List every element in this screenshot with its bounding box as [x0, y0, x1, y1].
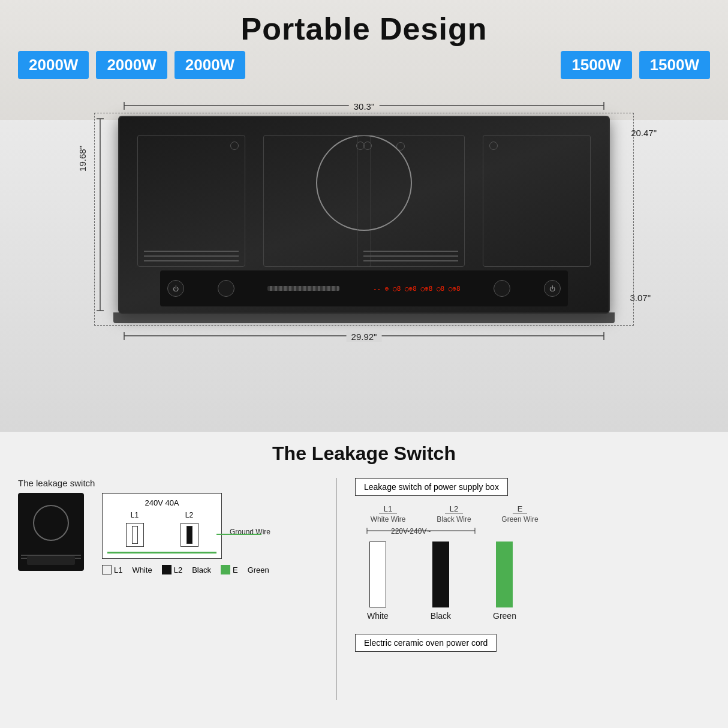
dim-top-label: 30.3" — [349, 101, 380, 112]
watt-left-group: 2000W 2000W 2000W — [18, 51, 245, 79]
wiring-diagram: 240V 40A L1 L2 Ground Wir — [96, 493, 318, 574]
supply-diagram: L1 White Wire L2 Black Wire E Green Wire — [355, 503, 710, 652]
bottom-content: The leakage switch 240V 40A L1 L2 — [0, 472, 728, 706]
legend-e-label: E — [233, 565, 238, 574]
dim-height-label: 3.07" — [630, 293, 651, 303]
page-title: Portable Design — [0, 0, 728, 47]
legend-l2: L2 — [162, 565, 182, 574]
voltage-label-area: 220V-240V~ — [361, 525, 710, 539]
watt-badge-1: 2000W — [18, 51, 89, 79]
cooktop-container: 19.68" 20.47" 3.07" — [118, 116, 610, 314]
wire-col-black: Black — [431, 542, 451, 621]
supply-l1-name: White Wire — [361, 515, 415, 524]
terminal-l1 — [126, 523, 144, 547]
supply-l2-label: L2 — [445, 504, 463, 514]
legend-white-label: White — [132, 565, 152, 574]
watt-right-group: 1500W 1500W — [561, 51, 710, 79]
wiring-box: 240V 40A L1 L2 Ground Wir — [102, 493, 222, 559]
supply-e-label: E — [513, 504, 528, 514]
legend-e-sub: Green — [248, 565, 269, 574]
top-section: Portable Design 2000W 2000W 2000W 1500W … — [0, 0, 728, 432]
supply-e-name: Green Wire — [493, 515, 547, 524]
dim-right-top-label: 20.47" — [631, 128, 657, 138]
dim-left-label: 19.68" — [77, 146, 88, 172]
cooktop: ⏻ -- ⊕ ○8 ○⊕8 ○⊕8 ○8 ○⊕8 ⏻ — [118, 116, 610, 314]
leakage-title: The Leakage Switch — [0, 432, 728, 472]
ctrl-btn-2 — [218, 280, 234, 297]
legend-black-box — [162, 565, 172, 574]
dim-bottom-label: 29.92" — [347, 332, 382, 342]
dim-left-line — [88, 116, 112, 314]
legend-e: E — [221, 565, 238, 574]
color-label-black: Black — [431, 611, 451, 621]
left-panel: The leakage switch 240V 40A L1 L2 — [0, 472, 336, 706]
burner-left-1 — [137, 135, 245, 267]
legend-black-label: Black — [192, 565, 211, 574]
wiring-terminals: Ground Wire — [107, 523, 216, 547]
legend-white-box — [102, 565, 112, 574]
wire-col-green: Green — [493, 542, 516, 621]
watt-badge-3: 2000W — [175, 51, 245, 79]
wire-col-white: White — [367, 542, 389, 621]
legend: L1 White L2 Black — [102, 565, 318, 574]
three-wire-columns: White Black Green — [367, 542, 710, 621]
burner-right-2 — [483, 135, 591, 267]
cooktop-small-ctrl — [27, 556, 75, 565]
ground-wire-line — [216, 531, 264, 537]
supply-l2-header: L2 Black Wire — [427, 503, 481, 524]
color-label-green: Green — [493, 611, 516, 621]
green-wire-horizontal — [107, 552, 216, 553]
right-panel: Leakage switch of power supply box L1 Wh… — [337, 472, 728, 706]
ctrl-btn-3 — [494, 280, 510, 297]
cooktop-small — [18, 493, 84, 571]
supply-col-headers: L1 White Wire L2 Black Wire E Green Wire — [361, 503, 710, 524]
wiring-l1-label: L1 — [131, 511, 139, 519]
supply-l1-label: L1 — [379, 504, 397, 514]
supply-e-header: E Green Wire — [493, 503, 547, 524]
ctrl-power-right: ⏻ — [544, 280, 561, 297]
wire-green-bar — [496, 542, 513, 607]
legend-l1-sub: White — [132, 565, 152, 574]
burner-right-1 — [357, 135, 465, 267]
power-cord-container: Electric ceramic oven power cord — [355, 628, 710, 652]
control-strip: ⏻ -- ⊕ ○8 ○⊕8 ○⊕8 ○8 ○⊕8 ⏻ — [160, 270, 568, 306]
wiring-l-labels: L1 L2 — [107, 511, 216, 519]
supply-l1-header: L1 White Wire — [361, 503, 415, 524]
bottom-section: The Leakage Switch The leakage switch 24… — [0, 432, 728, 728]
wire-white-bar — [369, 542, 386, 607]
wire-black-bar — [432, 542, 449, 607]
ctrl-power-left: ⏻ — [167, 280, 184, 297]
wiring-voltage: 240V 40A — [107, 498, 216, 507]
legend-green-box — [221, 565, 230, 574]
cooktop-small-circle — [33, 505, 69, 541]
legend-l1: L1 — [102, 565, 122, 574]
legend-l1-label: L1 — [114, 565, 122, 574]
color-label-white: White — [367, 611, 389, 621]
voltage-label: 220V-240V~ — [391, 527, 431, 536]
watt-badges-container: 2000W 2000W 2000W 1500W 1500W — [0, 51, 728, 79]
watt-badge-4: 1500W — [561, 51, 631, 79]
vent-strip — [267, 286, 339, 291]
legend-l2-label: L2 — [174, 565, 182, 574]
cooktop-wrapper: 30.3" 19.68" 20.47" 3.07" — [118, 99, 610, 345]
supply-box-label: Leakage switch of power supply box — [355, 478, 508, 496]
watt-badge-2: 2000W — [96, 51, 167, 79]
legend-green-label: Green — [248, 565, 269, 574]
switch-diagram: 240V 40A L1 L2 Ground Wir — [18, 493, 318, 574]
legend-l2-sub: Black — [192, 565, 211, 574]
ctrl-display: -- ⊕ ○8 ○⊕8 ○⊕8 ○8 ○⊕8 — [373, 285, 461, 293]
supply-l2-name: Black Wire — [427, 515, 481, 524]
terminal-l2 — [181, 523, 198, 547]
wiring-l2-label: L2 — [185, 511, 193, 519]
power-cord-label: Electric ceramic oven power cord — [355, 634, 497, 652]
watt-badge-5: 1500W — [639, 51, 710, 79]
leakage-switch-label: The leakage switch — [18, 478, 318, 488]
